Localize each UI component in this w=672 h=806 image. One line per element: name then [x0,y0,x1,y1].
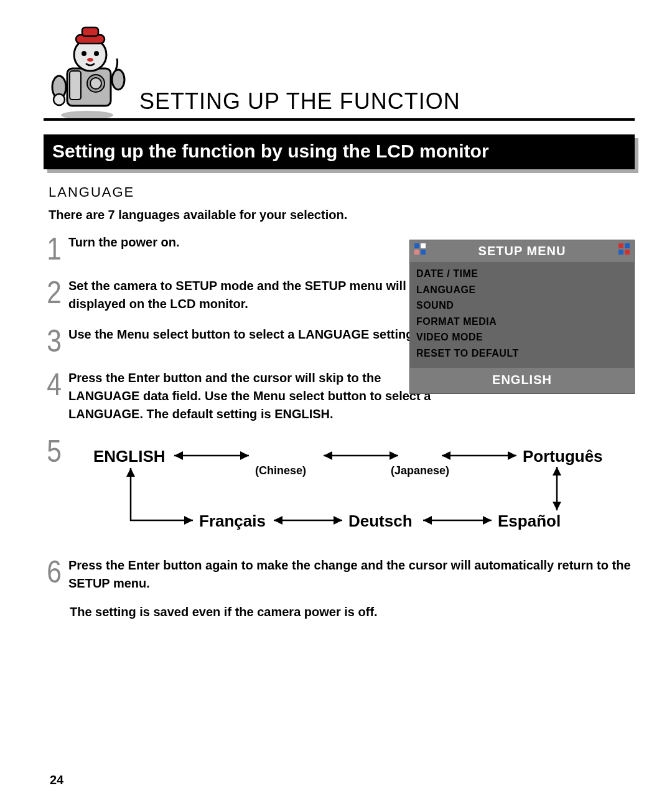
double-arrow-icon [442,451,516,460]
svg-marker-31 [483,516,492,525]
lcd-item: LANGUAGE [416,282,628,298]
manual-page: SETTING UP THE FUNCTION Setting up the f… [0,0,672,806]
section-banner: Setting up the function by using the LCD… [44,134,635,169]
svg-marker-33 [184,516,193,525]
double-arrow-icon [553,467,561,510]
lcd-preview: SETUP MENU DATE / TIME LANGUAGE SOUND FO… [409,240,635,394]
step-number: 5 [45,436,63,467]
svg-point-7 [112,70,124,90]
flag-icon [618,243,630,255]
double-arrow-icon [324,451,398,460]
language-english: ENGLISH [93,447,166,466]
persistence-note: The setting is saved even if the camera … [70,605,635,619]
flag-icon [414,243,426,255]
lcd-current-value: ENGLISH [410,368,634,393]
svg-marker-16 [240,451,249,460]
svg-marker-28 [334,516,342,525]
svg-point-11 [82,51,86,56]
lcd-item: FORMAT MEDIA [416,314,628,330]
language-francais: Français [199,512,266,531]
svg-point-6 [54,94,65,105]
step-number: 2 [45,277,63,308]
svg-point-4 [90,78,101,89]
double-arrow-icon [274,516,342,525]
double-arrow-icon [174,451,249,460]
page-number: 24 [50,773,63,787]
svg-marker-27 [274,516,282,525]
lcd-item: DATE / TIME [416,266,628,282]
step-text: Press the Enter button again to make the… [68,556,635,593]
step-text: Use the Menu select button to select a L… [68,326,417,344]
step-text: Press the Enter button and the cursor wi… [68,369,454,423]
step-number: 4 [45,369,63,400]
step-number: 3 [45,326,63,357]
lcd-item: VIDEO MODE [416,329,628,345]
page-title: SETTING UP THE FUNCTION [139,88,460,115]
svg-marker-18 [324,451,332,460]
language-espanol: Español [498,512,561,531]
svg-marker-30 [423,516,432,525]
svg-marker-21 [442,451,450,460]
svg-point-13 [87,58,93,62]
step-number: 1 [45,233,63,265]
mascot-icon [44,25,131,118]
step-number: 6 [45,556,63,588]
svg-rect-10 [82,27,98,36]
step-5: 5 [44,436,635,556]
language-chinese: (Chinese) [255,464,306,477]
lcd-item: SOUND [416,298,628,314]
language-portugues: Português [523,447,603,466]
header-rule [44,118,635,121]
section-intro: There are 7 languages available for your… [49,208,635,222]
svg-marker-24 [553,467,561,476]
lcd-title-bar: SETUP MENU [410,240,634,262]
section-label: LANGUAGE [49,184,635,200]
language-cycle-diagram: ENGLISH (Chinese) (Japanese) Português F… [93,444,604,544]
svg-marker-32 [126,468,135,477]
l-connector-icon [126,468,193,525]
svg-marker-22 [508,451,516,460]
svg-point-0 [61,111,113,118]
svg-marker-25 [553,502,561,510]
lcd-title: SETUP MENU [478,244,566,258]
step-6: 6 Press the Enter button again to make t… [44,556,635,593]
language-deutsch: Deutsch [348,512,413,531]
page-header: SETTING UP THE FUNCTION [44,25,635,118]
svg-marker-15 [174,451,183,460]
svg-point-12 [94,51,99,56]
double-arrow-icon [423,516,492,525]
language-japanese: (Japanese) [391,464,449,477]
svg-marker-19 [390,451,398,460]
svg-rect-2 [70,71,81,100]
step-text: Set the camera to SETUP mode and the SET… [68,277,454,313]
lcd-menu-list: DATE / TIME LANGUAGE SOUND FORMAT MEDIA … [410,262,634,368]
lcd-item: RESET TO DEFAULT [416,345,628,362]
step-text: Turn the power on. [68,233,180,251]
